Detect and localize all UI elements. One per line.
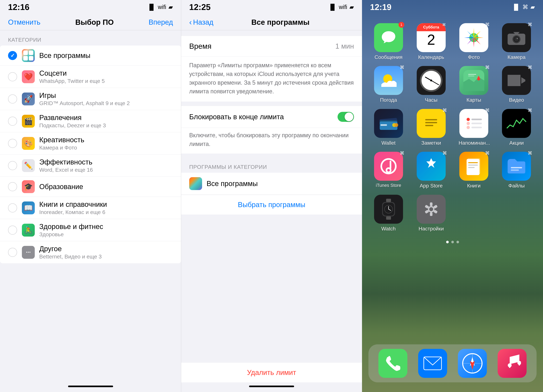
app-appstore[interactable]: ⌘ App Store	[413, 152, 450, 189]
app-icon-mail	[418, 349, 447, 378]
app-reminders[interactable]: ⌘ Напоминан...	[455, 109, 492, 146]
productivity-text: Эффективность Word, Excel и еще 16	[39, 158, 173, 173]
time-row[interactable]: Время 1 мин	[181, 36, 362, 57]
app-icon-reminders	[459, 109, 488, 138]
app-messages[interactable]: 1 Сообщения	[370, 23, 407, 60]
app-label-video: Видео	[509, 97, 524, 103]
social-text: Соцсети WhatsApp, Twitter и еще 5	[39, 69, 173, 84]
panel1-scroll-area: КАТЕГОРИИ Все программы ❤️	[0, 30, 181, 382]
app-calendar[interactable]: Суббота 2 ⌘ Календарь	[413, 23, 450, 60]
wifi-icon: wifi	[339, 4, 347, 11]
radio-education[interactable]	[8, 182, 17, 191]
app-icon-photos	[459, 23, 488, 52]
svg-rect-34	[511, 167, 522, 168]
app-watch[interactable]: Watch	[370, 195, 407, 232]
app-camera[interactable]: ⌘ Камера	[498, 23, 535, 60]
list-item-productivity[interactable]: ✏️ Эффективность Word, Excel и еще 16	[0, 154, 181, 177]
list-item-other[interactable]: ··· Другое Betternet, Видео и еще 3	[0, 241, 181, 263]
books-subtitle: Inoreader, Компас и еще 6	[39, 209, 173, 215]
app-label-maps: Карты	[467, 97, 481, 103]
list-item-social[interactable]: ❤️ Соцсети WhatsApp, Twitter и еще 5	[0, 66, 181, 88]
app-weather[interactable]: ⌘ Погода	[370, 66, 407, 103]
svg-rect-32	[468, 165, 478, 165]
radio-entertainment[interactable]	[8, 117, 17, 126]
panel2-home-indicator	[249, 386, 294, 387]
icon-books: 📖	[22, 201, 35, 214]
back-chevron-icon: ‹	[189, 18, 192, 27]
panel2-navbar: ‹ Назад Все программы	[181, 14, 362, 30]
forward-button[interactable]: Вперед	[149, 18, 173, 26]
app-books[interactable]: ⌘ Книги	[455, 152, 492, 189]
page-dot-3	[456, 241, 459, 243]
list-item-entertainment[interactable]: 🎬 Развлечения Подкасты, Deezer и еще 3	[0, 110, 181, 132]
app-label-stocks: Акции	[509, 140, 524, 146]
svg-point-4	[514, 37, 519, 41]
radio-games[interactable]	[8, 94, 17, 103]
panel2-time: 12:25	[189, 2, 211, 12]
choose-programs-label: Выбрать программы	[238, 201, 305, 209]
app-label-wallet: Wallet	[381, 140, 396, 146]
app-photos[interactable]: ⌘ Фото	[455, 23, 492, 60]
books-label: Книги и справочники	[39, 200, 173, 208]
app-icon-notes	[417, 109, 446, 138]
dock-app-mail[interactable]	[418, 349, 447, 378]
app-icon-books	[459, 152, 488, 181]
dock-app-phone[interactable]	[379, 349, 407, 378]
entertainment-subtitle: Подкасты, Deezer и еще 3	[39, 122, 173, 129]
app-wallet[interactable]: Wallet	[370, 109, 407, 146]
other-label: Другое	[39, 245, 173, 253]
delete-limit-button[interactable]: Удалить лимит	[181, 363, 362, 382]
list-item-creative[interactable]: 🎨 Креативность Камера и Фото	[0, 132, 181, 154]
radio-all[interactable]	[8, 51, 17, 60]
radio-creative[interactable]	[8, 139, 17, 148]
health-label: Здоровье и фитнес	[39, 222, 173, 231]
app-maps[interactable]: ⌘ Карты	[455, 66, 492, 103]
list-item-games[interactable]: 🚀 Игры GRID™ Autosport, Asphalt 9 и еще …	[0, 88, 181, 110]
app-clock[interactable]: Часы	[413, 66, 450, 103]
productivity-subtitle: Word, Excel и еще 16	[39, 167, 173, 173]
svg-rect-17	[425, 119, 437, 120]
radio-other[interactable]	[8, 248, 17, 257]
app-label-settings: Настройки	[419, 226, 444, 232]
app-label-appstore: App Store	[420, 183, 443, 189]
app-dock	[368, 344, 537, 382]
app-video[interactable]: ⌘ Видео	[498, 66, 535, 103]
svg-rect-18	[425, 122, 437, 123]
block-info: Включите, чтобы блокировать эту программ…	[181, 128, 362, 153]
app-label-messages: Сообщения	[374, 54, 402, 60]
app-itunes[interactable]: ⌘ iTunes Store	[370, 152, 407, 189]
app-files[interactable]: ⌘ Файлы	[498, 152, 535, 189]
app-label-weather: Погода	[380, 97, 397, 103]
block-toggle-switch[interactable]	[338, 112, 354, 122]
all-programs-item[interactable]: Все программы	[181, 173, 362, 195]
radio-social[interactable]	[8, 72, 17, 81]
battery-icon: ▰	[350, 4, 354, 11]
choose-programs-button[interactable]: Выбрать программы	[181, 195, 362, 215]
app-settings[interactable]: Настройки	[413, 195, 450, 232]
radio-books[interactable]	[8, 203, 17, 212]
radio-productivity[interactable]	[8, 161, 17, 170]
icon-all-apps	[22, 49, 35, 62]
svg-point-24	[467, 126, 470, 129]
list-item-health[interactable]: 🚴 Здоровье и фитнес Здоровье	[0, 219, 181, 241]
panel3-home-screen: 12:19 ▐▌ ⌘ ▰ 1 Сообщения Суббота	[362, 0, 543, 392]
list-item-books[interactable]: 📖 Книги и справочники Inoreader, Компас …	[0, 197, 181, 219]
list-item-all[interactable]: Все программы	[0, 45, 181, 66]
icon-health: 🚴	[22, 224, 35, 237]
signal-icon: ▐▌	[512, 4, 520, 11]
app-stocks[interactable]: ⌘ Акции	[498, 109, 535, 146]
dock-app-safari[interactable]	[458, 349, 487, 378]
dock-app-music[interactable]	[498, 349, 526, 378]
cancel-button[interactable]: Отменить	[8, 18, 40, 26]
page-dot-2	[451, 241, 454, 243]
app-notes[interactable]: ⌘ Заметки	[413, 109, 450, 146]
list-item-education[interactable]: 🎓 Образование	[0, 177, 181, 197]
block-toggle-row[interactable]: Блокировать в конце лимита	[181, 106, 362, 128]
svg-rect-13	[380, 124, 387, 126]
all-programs-label: Все программы	[207, 180, 258, 188]
svg-rect-51	[424, 357, 441, 370]
back-button[interactable]: ‹ Назад	[189, 18, 213, 27]
radio-health[interactable]	[8, 226, 17, 235]
battery-icon: ▰	[169, 4, 173, 11]
svg-point-15	[394, 123, 398, 127]
